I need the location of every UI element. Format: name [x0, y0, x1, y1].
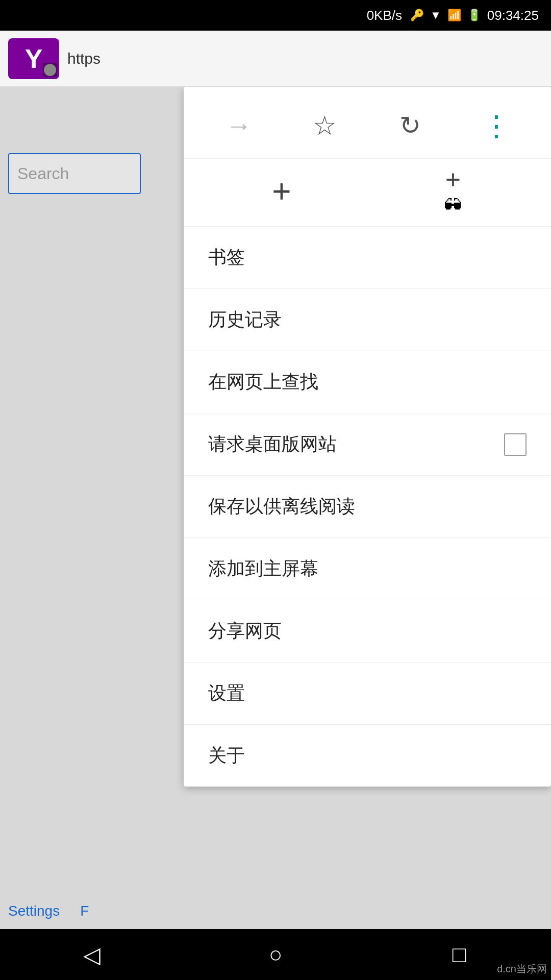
back-button[interactable]: ◁ [71, 939, 112, 970]
browser-main: Search Settings F → ☆ ↻ ⋮ [0, 87, 551, 929]
menu-item-find_in_page[interactable]: 在网页上查找 [184, 351, 551, 413]
reader-glasses-icon: 🕶 [444, 195, 462, 216]
menu-item-share[interactable]: 分享网页 [184, 600, 551, 663]
menu-items-list: 书签历史记录在网页上查找请求桌面版网站保存以供离线阅读添加到主屏幕分享网页设置关… [184, 227, 551, 787]
yahoo-logo: Y 🔒 [8, 38, 59, 79]
back-icon: ◁ [83, 942, 101, 968]
menu-icon-row: → ☆ ↻ ⋮ [184, 87, 551, 159]
forward-icon: → [226, 110, 252, 141]
reload-button[interactable]: ↻ [385, 105, 436, 146]
menu-item-checkbox-desktop_site[interactable] [504, 433, 527, 456]
yahoo-letter: Y [25, 45, 43, 72]
home-icon: ○ [269, 942, 283, 967]
key-icon: 🔑 [410, 9, 424, 22]
menu-item-label-bookmarks: 书签 [208, 245, 245, 270]
menu-item-label-add_home: 添加到主屏幕 [208, 556, 318, 581]
reader-mode-button[interactable]: + 🕶 [428, 171, 479, 212]
menu-item-save_offline[interactable]: 保存以供离线阅读 [184, 476, 551, 538]
more-icon: ⋮ [482, 109, 510, 142]
menu-item-bookmarks[interactable]: 书签 [184, 227, 551, 289]
dropdown-overlay[interactable]: → ☆ ↻ ⋮ + + � [0, 87, 551, 929]
clock: 09:34:25 [487, 8, 539, 23]
reader-plus-icon: + [445, 166, 461, 193]
menu-item-label-save_offline: 保存以供离线阅读 [208, 494, 355, 519]
menu-item-label-find_in_page: 在网页上查找 [208, 370, 318, 395]
lock-icon: 🔒 [43, 63, 57, 77]
url-bar[interactable]: https [67, 50, 543, 67]
status-icons: 🔑 ▼ 📶 🔋 09:34:25 [410, 8, 539, 23]
menu-item-about[interactable]: 关于 [184, 725, 551, 787]
forward-button[interactable]: → [213, 105, 264, 146]
menu-item-history[interactable]: 历史记录 [184, 289, 551, 351]
nav-bar: ◁ ○ □ d.cn当乐网 [0, 929, 551, 980]
battery-icon: 🔋 [467, 9, 481, 22]
wifi-icon: ▼ [430, 9, 441, 22]
menu-item-label-settings: 设置 [208, 681, 245, 706]
reload-icon: ↻ [399, 111, 421, 140]
more-button[interactable]: ⋮ [470, 105, 521, 146]
menu-action-row: + + 🕶 [184, 159, 551, 227]
recents-button[interactable]: □ [439, 939, 480, 970]
browser-chrome: Y 🔒 https [0, 31, 551, 87]
watermark: d.cn当乐网 [497, 962, 547, 976]
recents-icon: □ [453, 942, 466, 967]
home-button[interactable]: ○ [255, 939, 296, 970]
star-icon: ☆ [313, 110, 337, 141]
menu-item-label-about: 关于 [208, 743, 245, 768]
signal-icon: 📶 [447, 9, 461, 22]
menu-item-label-desktop_site: 请求桌面版网站 [208, 432, 337, 457]
menu-item-desktop_site[interactable]: 请求桌面版网站 [184, 413, 551, 476]
bookmark-button[interactable]: ☆ [299, 105, 350, 146]
new-tab-plus-icon: + [272, 175, 291, 208]
menu-item-label-share: 分享网页 [208, 619, 282, 644]
status-bar: 0KB/s 🔑 ▼ 📶 🔋 09:34:25 [0, 0, 551, 31]
menu-item-add_home[interactable]: 添加到主屏幕 [184, 538, 551, 600]
menu-item-label-history: 历史记录 [208, 307, 282, 332]
network-speed: 0KB/s [367, 8, 402, 23]
menu-item-settings[interactable]: 设置 [184, 663, 551, 725]
new-tab-button[interactable]: + [256, 171, 307, 212]
dropdown-menu: → ☆ ↻ ⋮ + + � [184, 87, 551, 787]
